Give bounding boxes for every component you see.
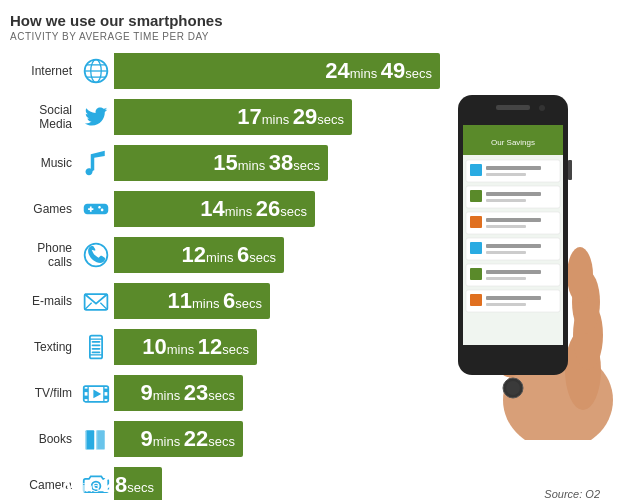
source-text: Source: O2 — [544, 488, 600, 500]
svg-rect-63 — [486, 296, 541, 300]
bar: 9mins 22secs — [114, 421, 243, 457]
row-icon — [78, 241, 114, 269]
svg-point-5 — [85, 244, 108, 267]
svg-rect-64 — [486, 303, 526, 306]
svg-rect-53 — [486, 166, 541, 170]
row-label: Social Media — [10, 103, 78, 132]
row-label: Texting — [10, 340, 78, 354]
chart-area: Internet 24mins 49secs Social Media 17mi… — [10, 50, 610, 500]
svg-rect-62 — [486, 277, 526, 280]
bar-label: 12mins 6secs — [181, 242, 276, 268]
svg-rect-54 — [486, 173, 526, 176]
bar-label: 24mins 49secs — [325, 58, 432, 84]
bar: 9mins 23secs — [114, 375, 243, 411]
bar: 14mins 26secs — [114, 191, 315, 227]
bar-label: 15mins 38secs — [213, 150, 320, 176]
bar: 17mins 29secs — [114, 99, 352, 135]
bar: 10mins 12secs — [114, 329, 257, 365]
row-icon — [78, 333, 114, 361]
row-icon — [78, 57, 114, 85]
main-title: How we use our smartphones — [10, 12, 610, 29]
svg-rect-56 — [486, 199, 526, 202]
svg-rect-69 — [568, 160, 572, 180]
phone-image: Our Savings — [428, 80, 618, 440]
row-label: Phone calls — [10, 241, 78, 270]
svg-rect-59 — [486, 244, 541, 248]
svg-rect-50 — [470, 242, 482, 254]
svg-rect-52 — [470, 294, 482, 306]
row-label: Games — [10, 202, 78, 216]
svg-point-68 — [539, 105, 545, 111]
row-label: Music — [10, 156, 78, 170]
row-icon — [78, 149, 114, 177]
svg-rect-67 — [496, 105, 530, 110]
svg-point-66 — [506, 381, 520, 395]
row-icon — [78, 379, 114, 407]
svg-rect-57 — [486, 218, 541, 222]
bar-label: 3mins 28secs — [59, 472, 154, 498]
bar: 12mins 6secs — [114, 237, 284, 273]
row-label: TV/film — [10, 386, 78, 400]
svg-rect-14 — [92, 348, 101, 350]
svg-rect-12 — [92, 341, 101, 343]
bar-label: 9mins 22secs — [140, 426, 235, 452]
row-icon — [78, 425, 114, 453]
chart-row: Camera 3mins 28secs — [10, 464, 610, 500]
row-icon — [78, 103, 114, 131]
svg-rect-47 — [470, 164, 482, 176]
row-label: E-mails — [10, 294, 78, 308]
bar: 11mins 6secs — [114, 283, 270, 319]
svg-rect-15 — [92, 351, 101, 353]
row-label: Books — [10, 432, 78, 446]
svg-line-8 — [100, 303, 107, 310]
row-bar-cell: 3mins 28secs — [114, 467, 610, 500]
bar: 3mins 28secs — [114, 467, 162, 500]
svg-rect-51 — [470, 268, 482, 280]
subtitle: ACTIVITY BY AVERAGE TIME PER DAY — [10, 31, 610, 42]
svg-rect-58 — [486, 225, 526, 228]
svg-rect-26 — [86, 430, 87, 449]
svg-point-34 — [567, 247, 593, 303]
svg-rect-55 — [486, 192, 541, 196]
svg-text:Our Savings: Our Savings — [491, 138, 535, 147]
row-label: Internet — [10, 64, 78, 78]
svg-rect-48 — [470, 190, 482, 202]
row-icon — [78, 195, 114, 223]
svg-marker-23 — [93, 390, 101, 399]
bar-label: 17mins 29secs — [237, 104, 344, 130]
svg-rect-13 — [92, 344, 101, 346]
svg-rect-60 — [486, 251, 526, 254]
bar-label: 11mins 6secs — [167, 288, 262, 314]
svg-rect-49 — [470, 216, 482, 228]
bar: 24mins 49secs — [114, 53, 440, 89]
bar-label: 10mins 12secs — [142, 334, 249, 360]
main-container: How we use our smartphones ACTIVITY BY A… — [0, 0, 620, 500]
svg-rect-61 — [486, 270, 541, 274]
bar-label: 14mins 26secs — [200, 196, 307, 222]
row-icon — [78, 287, 114, 315]
bar: 15mins 38secs — [114, 145, 328, 181]
bar-label: 9mins 23secs — [140, 380, 235, 406]
svg-line-7 — [85, 303, 92, 310]
svg-rect-27 — [96, 430, 97, 449]
